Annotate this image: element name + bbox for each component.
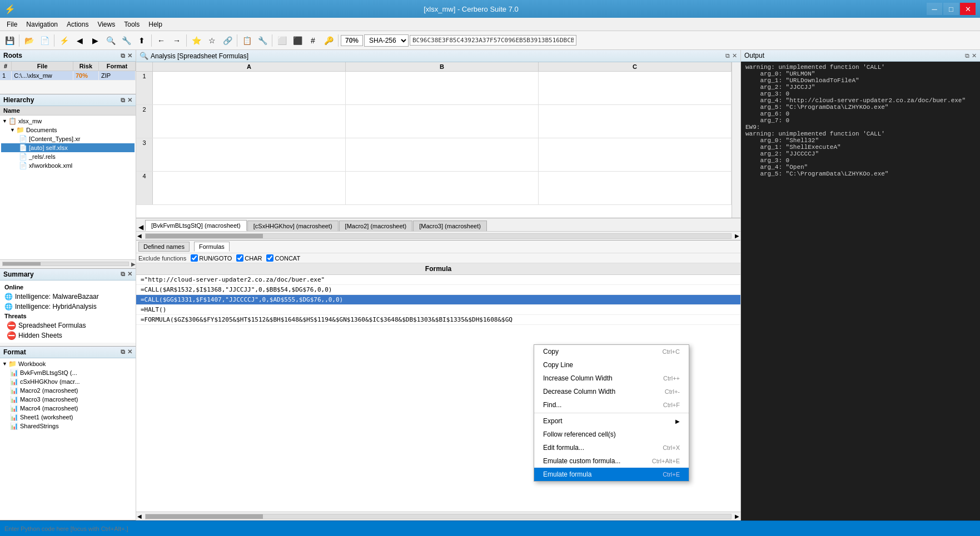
menu-help[interactable]: Help — [144, 19, 167, 29]
tool-button[interactable]: 🔧 — [255, 33, 270, 48]
summary-float-button[interactable]: ⧉ — [121, 270, 125, 278]
summary-hybridanalysis[interactable]: 🌐 Intelligence: HybridAnalysis — [4, 302, 131, 312]
maximize-button[interactable]: □ — [943, 3, 959, 15]
formula-scroll-inner[interactable] — [145, 514, 732, 519]
rungoto-checkbox[interactable] — [191, 254, 198, 262]
cell-a1[interactable] — [153, 72, 346, 104]
formula-scroll-right[interactable]: ▶ — [734, 513, 740, 519]
ctx-find[interactable]: Find... Ctrl+F — [534, 398, 689, 412]
cell-c4[interactable] — [539, 172, 732, 204]
roots-float-button[interactable]: ⧉ — [121, 52, 125, 59]
threat-spreadsheet[interactable]: ⛔ Spreadsheet Formulas — [4, 320, 131, 330]
ctx-copy-line[interactable]: Copy Line — [534, 358, 689, 372]
ctx-decrease-col-width[interactable]: Decrease Column Width Ctrl+- — [534, 385, 689, 398]
defined-names-tab[interactable]: Defined names — [138, 242, 190, 252]
scan-button[interactable]: 🔍 — [103, 33, 118, 48]
diff-button[interactable]: ⬜ — [275, 33, 289, 48]
char-checkbox[interactable] — [236, 254, 243, 262]
h-scroll-inner[interactable] — [145, 233, 732, 239]
filter-button[interactable]: 🔧 — [119, 33, 133, 48]
ctx-edit-formula[interactable]: Edit formula... Ctrl+X — [534, 441, 689, 454]
tree-item-macro4[interactable]: 📊 Macro4 (macrosheet) — [1, 404, 135, 413]
export-button[interactable]: ⬆ — [135, 33, 149, 48]
formula-item-3[interactable]: =HALT() — [136, 305, 740, 315]
cell-a4[interactable] — [153, 172, 346, 204]
tab-scroll-left[interactable]: ◀ — [136, 223, 145, 231]
hierarchy-float-button[interactable]: ⧉ — [121, 97, 125, 104]
formula-item-1[interactable]: =CALL($AR$1532,$I$1368,"JJCCJJ",0,$BB$54… — [136, 285, 740, 295]
tree-item-macro3[interactable]: 📊 Macro3 (macrosheet) — [1, 395, 135, 404]
link-button[interactable]: 🔗 — [220, 33, 235, 48]
output-float-button[interactable]: ⧉ — [965, 52, 969, 59]
tab-csx[interactable]: [cSxHHGKhov] (macrosheet) — [247, 221, 339, 231]
output-close-button[interactable]: ✕ — [972, 52, 977, 59]
ctx-copy[interactable]: Copy Ctrl+C — [534, 345, 689, 358]
formula-item-4[interactable]: =FORMULA($GZ$306&$FY$1205&$HT$1512&$BH$1… — [136, 315, 740, 325]
python-input[interactable] — [4, 525, 976, 532]
tree-item-macro2[interactable]: 📊 Macro2 (macrosheet) — [1, 386, 135, 395]
forward-button[interactable]: → — [170, 33, 184, 48]
menu-navigation[interactable]: Navigation — [22, 19, 62, 29]
hash-value-input[interactable] — [410, 35, 576, 46]
back-button[interactable]: ← — [154, 33, 168, 48]
format-float-button[interactable]: ⧉ — [121, 348, 125, 355]
scroll-right-btn[interactable]: ▶ — [734, 233, 740, 239]
menu-file[interactable]: File — [2, 19, 22, 29]
scroll-right-btn[interactable]: ▶ — [131, 261, 136, 267]
hierarchy-scroll[interactable]: ▶ — [0, 259, 136, 268]
hierarchy-close-button[interactable]: ✕ — [127, 97, 132, 104]
tree-item-bvk[interactable]: 📊 BvkFvmBLtsgStQ (... — [1, 368, 135, 377]
checkbox-char[interactable]: CHAR — [236, 254, 262, 262]
tree-item-self-xlsx[interactable]: 📄 [auto] self.xlsx — [1, 143, 135, 152]
star-button[interactable]: ⭐ — [189, 33, 203, 48]
tree-item-workbook-format[interactable]: ▼ 📁 Workbook — [1, 359, 135, 368]
minimize-button[interactable]: ─ — [927, 3, 942, 15]
tab-bvk[interactable]: [BvkFvmBLtsgStQ] (macrosheet) — [145, 220, 247, 231]
formula-item-2[interactable]: =CALL($GG$1331,$F$1407,"JJCCCCJ",0,$AD$5… — [136, 295, 740, 305]
analysis-float-button[interactable]: ⧉ — [725, 52, 730, 59]
lightning-button[interactable]: ⚡ — [57, 33, 71, 48]
tree-item-sheet1[interactable]: 📊 Sheet1 (worksheet) — [1, 413, 135, 422]
cell-b3[interactable] — [346, 138, 539, 171]
ctx-increase-col-width[interactable]: Increase Column Width Ctrl++ — [534, 372, 689, 385]
script-button[interactable]: 📋 — [240, 33, 254, 48]
hash-algorithm-select[interactable]: SHA-256 — [364, 34, 409, 47]
tree-item-sharedstrings[interactable]: 📊 SharedStrings — [1, 422, 135, 430]
roots-close-button[interactable]: ✕ — [127, 52, 132, 59]
toggle-icon[interactable]: ▼ — [2, 361, 7, 367]
tree-item-documents[interactable]: ▼ 📁 Documents — [1, 126, 135, 134]
open-button[interactable]: 📂 — [22, 33, 36, 48]
tab-macro2[interactable]: [Macro2] (macrosheet) — [339, 221, 413, 231]
h-scrollbar[interactable] — [2, 262, 129, 266]
formula-item-0[interactable]: ="http://cloud-server-updater2.co.za/doc… — [136, 275, 740, 285]
ctx-export[interactable]: Export ▶ — [534, 414, 689, 428]
close-button[interactable]: ✕ — [960, 3, 976, 15]
format-close-button[interactable]: ✕ — [127, 348, 132, 355]
key-button[interactable]: 🔑 — [321, 33, 336, 48]
toggle-icon[interactable]: ▼ — [2, 118, 7, 124]
star2-button[interactable]: ☆ — [205, 33, 219, 48]
tree-item-rels[interactable]: 📄 _rels/.rels — [1, 152, 135, 161]
ctx-follow-cell[interactable]: Follow referenced cell(s) — [534, 428, 689, 441]
cell-c3[interactable] — [539, 138, 732, 171]
prev-button[interactable]: ◀ — [72, 33, 87, 48]
ctx-emulate-formula[interactable]: Emulate formula Ctrl+E — [534, 468, 689, 481]
tree-item-content-types[interactable]: 📄 [Content_Types].xr — [1, 134, 135, 143]
next-button[interactable]: ▶ — [88, 33, 102, 48]
tree-item-csx[interactable]: 📊 cSxHHGKhov (macr... — [1, 377, 135, 386]
concat-checkbox[interactable] — [266, 254, 273, 262]
tree-item-xlsx[interactable]: ▼ 📋 xlsx_mw — [1, 117, 135, 126]
formula-scroll-left[interactable]: ◀ — [136, 513, 143, 519]
v-scrollbar[interactable] — [732, 62, 740, 218]
cell-c2[interactable] — [539, 105, 732, 138]
output-content[interactable]: warning: unimplemented function 'CALL' a… — [741, 62, 980, 520]
formulas-tab[interactable]: Formulas — [194, 242, 230, 252]
tree-item-workbook[interactable]: 📄 xl\workbook.xml — [1, 161, 135, 170]
summary-malwarebazaar[interactable]: 🌐 Intelligence: MalwareBazaar — [4, 292, 131, 302]
roots-row[interactable]: 1 C:\...\xlsx_mw 70% ZIP — [0, 71, 136, 81]
sheet-h-scroll[interactable]: ◀ ▶ — [136, 231, 740, 240]
cell-b1[interactable] — [346, 72, 539, 104]
cell-a2[interactable] — [153, 105, 346, 138]
toggle-icon[interactable]: ▼ — [10, 127, 15, 133]
cell-a3[interactable] — [153, 138, 346, 171]
